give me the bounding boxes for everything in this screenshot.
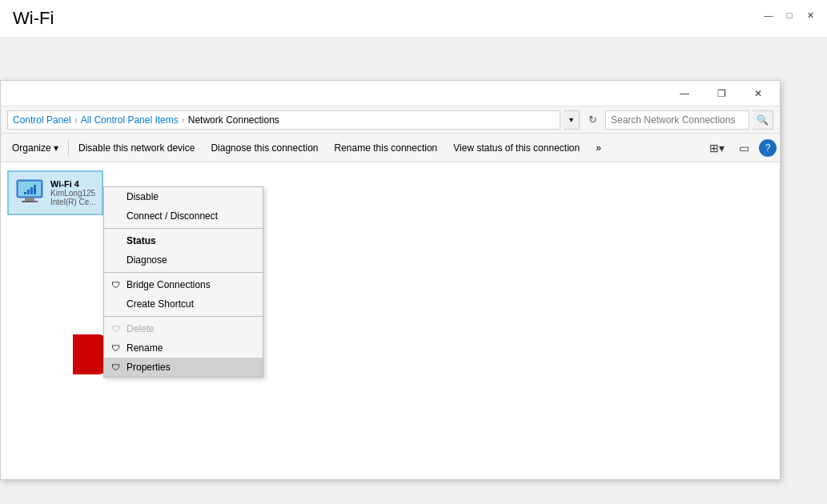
bridge-icon: 🛡 <box>109 278 122 291</box>
adapter-item-wifi4[interactable]: Wi-Fi 4 KimLong125 Intel(R) Ce... <box>7 170 103 215</box>
ctx-create-shortcut[interactable]: Create Shortcut <box>104 294 263 314</box>
shortcut-icon <box>109 298 122 310</box>
context-menu: Disable Connect / Disconnect Status Diag… <box>103 186 263 378</box>
breadcrumb-sep1: › <box>74 114 78 126</box>
ctx-rename[interactable]: 🛡 Rename <box>104 338 263 358</box>
view-status-button[interactable]: View status of this connection <box>445 134 588 162</box>
close-button[interactable]: ✕ <box>803 8 817 22</box>
breadcrumb-control-panel[interactable]: Control Panel <box>13 114 71 126</box>
ctx-sep-2 <box>104 272 263 273</box>
svg-rect-6 <box>30 187 33 194</box>
breadcrumb-all-items[interactable]: All Control Panel Items <box>81 114 179 126</box>
disable-icon <box>109 190 122 203</box>
svg-rect-7 <box>34 185 36 194</box>
inner-close-button[interactable]: ✕ <box>740 82 777 106</box>
adapter-icon <box>14 177 46 209</box>
view-options-button[interactable]: ⊞▾ <box>705 137 729 159</box>
ctx-disable[interactable]: Disable <box>104 187 263 206</box>
search-button[interactable]: 🔍 <box>753 110 773 130</box>
adapter-user: KimLong125 <box>50 189 97 198</box>
wifi-adapter-svg <box>14 177 46 209</box>
ctx-delete: 🛡 Delete <box>104 319 263 338</box>
maximize-button[interactable]: □ <box>782 8 797 22</box>
network-connections-window: — ❐ ✕ Control Panel › All Control Panel … <box>0 80 781 480</box>
app-title: Wi-Fi <box>13 8 54 29</box>
rename-icon: 🛡 <box>109 342 122 354</box>
preview-pane-button[interactable]: ▭ <box>732 137 756 159</box>
toolbar-separator-1 <box>68 140 69 156</box>
ctx-diagnose[interactable]: Diagnose <box>104 250 263 270</box>
diagnose-icon <box>109 254 122 266</box>
status-icon <box>109 234 122 247</box>
disable-network-device-button[interactable]: Disable this network device <box>70 134 203 162</box>
ctx-status[interactable]: Status <box>104 231 263 250</box>
title-bar: Wi-Fi <box>0 0 827 37</box>
ctx-sep-3 <box>104 316 263 317</box>
refresh-button[interactable]: ↻ <box>583 110 602 130</box>
svg-rect-5 <box>27 190 30 194</box>
ctx-bridge-connections[interactable]: 🛡 Bridge Connections <box>104 275 263 294</box>
ctx-properties[interactable]: 🛡 Properties <box>104 358 263 377</box>
toolbar-right: ⊞▾ ▭ ? <box>705 137 777 159</box>
help-button[interactable]: ? <box>759 139 777 157</box>
svg-rect-2 <box>25 198 34 201</box>
window-controls: — □ ✕ <box>761 8 817 22</box>
adapter-hardware: Intel(R) Ce... <box>50 198 97 206</box>
search-input[interactable] <box>605 110 749 130</box>
address-path[interactable]: Control Panel › All Control Panel Items … <box>7 110 560 130</box>
svg-rect-3 <box>22 201 38 202</box>
address-bar: Control Panel › All Control Panel Items … <box>1 106 780 134</box>
properties-icon: 🛡 <box>109 361 122 374</box>
adapter-info: Wi-Fi 4 KimLong125 Intel(R) Ce... <box>50 179 97 206</box>
inner-minimize-button[interactable]: — <box>666 82 703 106</box>
inner-maximize-button[interactable]: ❐ <box>703 82 740 106</box>
connect-icon <box>109 210 122 222</box>
ctx-connect-disconnect[interactable]: Connect / Disconnect <box>104 206 263 226</box>
inner-titlebar: — ❐ ✕ <box>1 81 780 106</box>
rename-connection-button[interactable]: Rename this connection <box>327 134 446 162</box>
diagnose-connection-button[interactable]: Diagnose this connection <box>203 134 326 162</box>
content-area: Wi-Fi 4 KimLong125 Intel(R) Ce... Disabl… <box>1 162 780 479</box>
adapter-name: Wi-Fi 4 <box>50 179 97 189</box>
breadcrumb-network-connections[interactable]: Network Connections <box>188 114 279 126</box>
ctx-sep-1 <box>104 228 263 229</box>
toolbar: Organize ▾ Disable this network device D… <box>1 134 780 162</box>
minimize-button[interactable]: — <box>761 8 776 22</box>
delete-icon: 🛡 <box>109 322 122 335</box>
breadcrumb-sep2: › <box>182 114 185 126</box>
svg-rect-4 <box>24 192 26 194</box>
address-dropdown-button[interactable]: ▾ <box>564 110 580 130</box>
organize-button[interactable]: Organize ▾ <box>4 134 66 162</box>
more-button[interactable]: » <box>588 134 609 162</box>
